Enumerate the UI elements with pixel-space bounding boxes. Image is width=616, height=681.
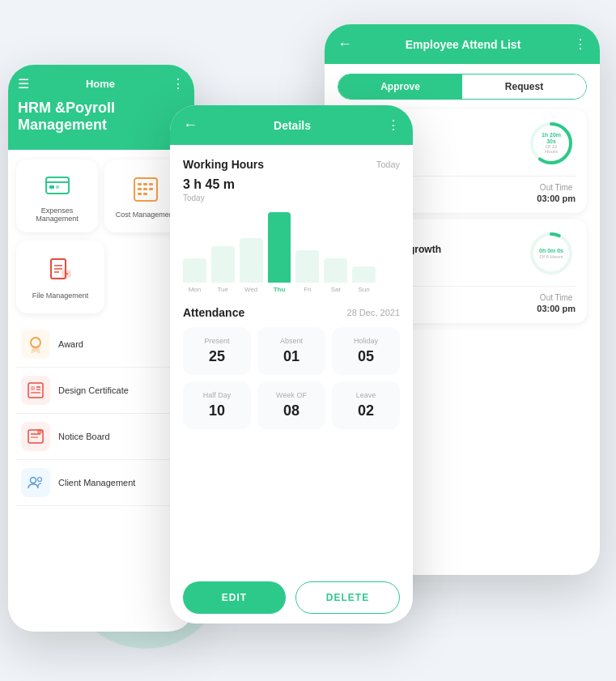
att-halfday-value: 10 xyxy=(191,402,243,419)
att-leave-value: 02 xyxy=(340,402,392,419)
home-cards-row: Expenses Management C xyxy=(16,160,186,232)
svg-rect-12 xyxy=(143,193,147,195)
home-phone: ☰ Home ⋮ HRM &Poyroll Management Expense… xyxy=(8,65,194,632)
svg-point-19 xyxy=(31,338,40,347)
file-card[interactable]: File Management xyxy=(16,240,104,313)
design-cert-icon-box xyxy=(21,376,50,405)
attend-header: ← Employee Attend List ⋮ xyxy=(325,24,600,64)
svg-rect-10 xyxy=(149,188,153,190)
bar-fri: Fri xyxy=(295,212,319,293)
attendance-title: Attendance xyxy=(183,306,244,319)
att-leave-label: Leave xyxy=(340,391,392,399)
tab-approve[interactable]: Approve xyxy=(338,74,462,99)
tab-request[interactable]: Request xyxy=(462,74,586,99)
employee-2-time-main: 0h 0m 0s xyxy=(539,248,563,254)
bar-sun-label: Sun xyxy=(358,286,369,293)
bar-sun: Sun xyxy=(352,212,376,293)
employee-2-out-time: Out Time 03:00 pm xyxy=(537,293,576,313)
details-more-icon[interactable]: ⋮ xyxy=(387,117,400,133)
attend-back-arrow[interactable]: ← xyxy=(338,36,352,53)
home-more-icon[interactable]: ⋮ xyxy=(172,76,185,92)
attendance-header: Attendance 28 Dec, 2021 xyxy=(183,306,400,319)
svg-rect-11 xyxy=(138,193,142,195)
out-time-label-2: Out Time xyxy=(537,293,576,302)
home-body: Expenses Management C xyxy=(8,150,194,632)
att-weekof-label: Week OF xyxy=(266,391,317,399)
att-present-label: Present xyxy=(191,337,243,345)
bar-sat: Sat xyxy=(324,212,347,293)
delete-button[interactable]: DELETE xyxy=(295,581,400,614)
svg-rect-8 xyxy=(138,188,142,190)
out-time-value-2: 03:00 pm xyxy=(537,304,576,313)
att-halfday-label: Half Day xyxy=(191,391,243,399)
att-weekof-value: 08 xyxy=(266,402,317,419)
bar-mon-label: Mon xyxy=(189,286,202,293)
att-absent-label: Absent xyxy=(266,337,317,345)
details-screen-title: Details xyxy=(274,119,311,132)
att-weekof: Week OF 08 xyxy=(257,381,325,429)
att-present: Present 25 xyxy=(183,327,251,375)
svg-point-29 xyxy=(31,478,36,483)
employee-1-timer: 1h 20m 30s Of 12 Hours xyxy=(527,119,576,168)
attendance-grid: Present 25 Absent 01 Holiday 05 Half Day… xyxy=(183,327,400,429)
bar-chart: Mon Tue Wed Thu xyxy=(183,212,376,293)
details-header: ← Details ⋮ xyxy=(170,105,413,145)
bar-chart-wrapper: Mon Tue Wed Thu xyxy=(183,212,400,293)
design-cert-item[interactable]: Design Certificate xyxy=(16,368,186,414)
employee-1-time-sub: Of 12 Hours xyxy=(539,145,563,155)
bar-sun-bar xyxy=(352,266,376,283)
bar-wed: Wed xyxy=(240,212,263,293)
notice-icon-box xyxy=(21,422,50,451)
notice-board-label: Notice Board xyxy=(58,432,110,441)
working-hours-meta: Today xyxy=(376,160,400,169)
bar-wed-label: Wed xyxy=(244,286,257,293)
out-time-value-1: 03:00 pm xyxy=(537,194,576,203)
svg-rect-20 xyxy=(28,383,43,398)
working-hours-title: Working Hours xyxy=(183,158,264,171)
hrm-title: HRM &Poyroll Management xyxy=(18,100,185,134)
design-cert-label: Design Certificate xyxy=(58,385,129,395)
out-time-label-1: Out Time xyxy=(537,183,576,192)
details-body: Working Hours Today 3 h 45 m Today Mon T… xyxy=(170,145,413,615)
employee-1-out-time: Out Time 03:00 pm xyxy=(537,183,576,203)
expenses-card[interactable]: Expenses Management xyxy=(16,160,98,232)
attend-screen-title: Employee Attend List xyxy=(406,38,521,51)
att-absent: Absent 01 xyxy=(257,327,325,375)
bar-thu-bar xyxy=(268,212,291,283)
att-holiday: Holiday 05 xyxy=(332,327,400,375)
bar-thu: Thu xyxy=(268,212,291,293)
bar-mon-bar xyxy=(183,258,206,283)
bar-tue: Tue xyxy=(211,212,235,293)
client-icon-box xyxy=(21,468,50,497)
edit-button[interactable]: EDIT xyxy=(183,581,286,614)
bar-sat-label: Sat xyxy=(331,286,341,293)
award-item[interactable]: Award xyxy=(16,321,186,368)
attend-more-icon[interactable]: ⋮ xyxy=(574,36,587,52)
svg-rect-21 xyxy=(31,386,35,390)
notice-board-item[interactable]: Notice Board xyxy=(16,414,186,460)
file-label: File Management xyxy=(32,292,89,300)
svg-rect-2 xyxy=(49,185,54,189)
att-leave: Leave 02 xyxy=(332,381,400,429)
home-header-top: ☰ Home ⋮ xyxy=(18,76,185,92)
home-screen-title: Home xyxy=(29,78,172,90)
client-mgmt-item[interactable]: Client Management xyxy=(16,460,186,506)
working-hours-section: Working Hours Today 3 h 45 m Today Mon T… xyxy=(183,158,400,293)
svg-rect-3 xyxy=(56,185,59,189)
home-cards-row-2: File Management xyxy=(16,240,186,313)
bar-mon: Mon xyxy=(183,212,206,293)
bar-tue-label: Tue xyxy=(218,286,229,293)
svg-point-28 xyxy=(37,429,42,434)
bar-thu-label: Thu xyxy=(274,286,286,293)
working-hours-header: Working Hours Today xyxy=(183,158,400,171)
svg-rect-9 xyxy=(143,188,147,190)
att-absent-value: 01 xyxy=(266,348,317,365)
hours-display: 3 h 45 m xyxy=(183,177,400,192)
details-back-arrow[interactable]: ← xyxy=(183,117,198,134)
hamburger-icon[interactable]: ☰ xyxy=(18,76,29,92)
cost-icon xyxy=(130,173,162,206)
employee-1-circle-text: 1h 20m 30s Of 12 Hours xyxy=(539,132,563,154)
cost-label: Cost Management xyxy=(116,211,176,219)
employee-2-circle-text: 0h 0m 0s Of 6 Hours xyxy=(539,248,563,259)
award-icon-box xyxy=(21,330,50,359)
